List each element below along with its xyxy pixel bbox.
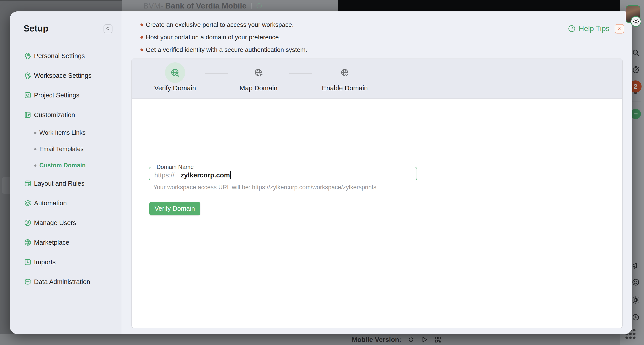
sidebar-item-label: Personal Settings: [34, 52, 85, 60]
sidebar-item-data-administration[interactable]: Data Administration: [10, 272, 121, 292]
intro-bullet-text: Create an exclusive portal to access you…: [146, 21, 294, 28]
intro-bullet-text: Host your portal on a domain of your pre…: [146, 34, 280, 41]
personal-settings-icon: [24, 52, 32, 60]
sidebar-item-automation[interactable]: Automation: [10, 193, 121, 213]
domain-input[interactable]: https:// zylkercorp.com: [149, 170, 416, 180]
domain-name-field: Domain Name https:// zylkercorp.com: [149, 164, 417, 180]
domain-name-label: Domain Name: [154, 164, 196, 170]
sidebar-item-label: Project Settings: [34, 92, 80, 99]
apple-appstore-icon[interactable]: [407, 336, 415, 344]
automation-icon: [24, 199, 32, 207]
bullet-dot-icon: [140, 36, 143, 39]
step-enable-domain[interactable]: Enable Domain: [316, 62, 374, 92]
bullet-dot-icon: [34, 164, 36, 167]
globe-search-icon: [165, 62, 185, 83]
background-footer: Mobile Version:: [0, 334, 620, 345]
theme-brightness-icon[interactable]: [631, 296, 640, 305]
setup-sidebar: Setup Personal SettingsWorkspace Setting…: [10, 11, 122, 334]
title-separator: [251, 3, 252, 9]
announcement-icon[interactable]: [631, 261, 640, 270]
domain-value: zylkercorp.com: [181, 171, 230, 179]
sidebar-item-label: Marketplace: [34, 239, 69, 246]
sidebar-item-work-items-links[interactable]: Work Items Links: [10, 125, 121, 141]
sidebar-item-label: Work Items Links: [39, 129, 86, 136]
setup-menu: Personal SettingsWorkspace SettingsProje…: [10, 46, 121, 292]
sidebar-item-customization[interactable]: Customization: [10, 105, 121, 125]
sidebar-item-personal-settings[interactable]: Personal Settings: [10, 46, 121, 66]
help-tips-button[interactable]: Help Tips: [568, 24, 610, 33]
google-play-icon[interactable]: [420, 336, 428, 344]
data-administration-icon: [24, 278, 32, 286]
custom-domain-setup-modal: Setup Personal SettingsWorkspace Setting…: [10, 11, 632, 334]
step-label: Verify Domain: [154, 84, 196, 92]
workspace-url-helper: Your workspace access URL will be: https…: [154, 184, 376, 191]
dash-icon: [634, 113, 638, 114]
workspace-settings-icon: [24, 71, 32, 80]
bullet-dot-icon: [140, 23, 143, 26]
sidebar-item-label: Manage Users: [34, 219, 76, 227]
sidebar-item-marketplace[interactable]: Marketplace: [10, 233, 121, 252]
step-verify-domain[interactable]: Verify Domain: [146, 62, 204, 92]
sidebar-item-label: Layout and Rules: [34, 180, 84, 187]
project-settings-icon: [24, 91, 32, 99]
domain-setup-card: Verify DomainMap DomainEnable Domain Dom…: [132, 58, 622, 328]
step-connector: [204, 73, 228, 73]
sidebar-item-label: Customization: [34, 111, 75, 119]
text-caret: [230, 171, 231, 179]
globe-cursor-icon: [248, 62, 268, 83]
intro-bullet-text: Get a verified identity with a secure au…: [146, 46, 307, 53]
mobile-version-label: Mobile Version:: [352, 336, 402, 344]
step-label: Map Domain: [240, 84, 278, 92]
history-clock-icon[interactable]: [631, 313, 640, 322]
domain-stepper: Verify DomainMap DomainEnable Domain: [132, 59, 622, 99]
sidebar-item-label: Custom Domain: [39, 162, 86, 169]
bullet-dot-icon: [34, 132, 36, 134]
sidebar-item-workspace-settings[interactable]: Workspace Settings: [10, 66, 121, 85]
user-profile-cluster: [626, 5, 640, 23]
verify-domain-button[interactable]: Verify Domain: [149, 202, 200, 215]
help-tips-label: Help Tips: [579, 24, 610, 33]
timer-icon[interactable]: [631, 65, 640, 74]
sidebar-item-label: Imports: [34, 259, 56, 266]
sidebar-item-project-settings[interactable]: Project Settings: [10, 85, 121, 105]
search-icon[interactable]: [631, 48, 640, 57]
step-connector: [289, 73, 312, 73]
setup-main: Create an exclusive portal to access you…: [122, 11, 632, 334]
project-code: BVM-: [143, 1, 164, 10]
manage-users-icon: [24, 219, 32, 227]
sidebar-item-label: Data Administration: [34, 278, 90, 286]
page-title: Setup: [24, 23, 48, 33]
step-label: Enable Domain: [322, 84, 368, 92]
sidebar-search-button[interactable]: [104, 24, 112, 33]
info-icon[interactable]: [256, 2, 262, 9]
background-header: BVM- Bank of Verdia Mobile: [122, 0, 338, 11]
imports-icon: [24, 258, 32, 266]
feedback-smiley-icon[interactable]: [631, 278, 640, 287]
step-map-domain[interactable]: Map Domain: [230, 62, 288, 92]
sidebar-item-imports[interactable]: Imports: [10, 252, 121, 272]
customization-icon: [24, 111, 32, 119]
sidebar-item-custom-domain[interactable]: Custom Domain: [10, 157, 121, 174]
sidebar-item-label: Automation: [34, 200, 67, 207]
sidebar-item-label: Email Templates: [39, 146, 84, 153]
gear-icon[interactable]: [630, 16, 641, 27]
sidebar-item-manage-users[interactable]: Manage Users: [10, 213, 121, 233]
bullet-dot-icon: [140, 48, 143, 51]
sidebar-item-label: Workspace Settings: [34, 72, 92, 79]
project-title: Bank of Verdia Mobile: [165, 1, 247, 10]
background-dark-panel: [338, 0, 620, 11]
marketplace-icon: [24, 238, 32, 247]
sidebar-item-layout-and-rules[interactable]: Layout and Rules: [10, 174, 121, 193]
sidebar-item-email-templates[interactable]: Email Templates: [10, 141, 121, 157]
protocol-prefix: https://: [154, 171, 174, 179]
question-circle-icon: [568, 24, 576, 33]
close-setup-button[interactable]: [615, 24, 624, 33]
globe-check-icon: [335, 62, 355, 83]
bullet-dot-icon: [34, 148, 36, 150]
layout-rules-icon: [24, 179, 32, 188]
qr-code-icon[interactable]: [434, 336, 442, 344]
